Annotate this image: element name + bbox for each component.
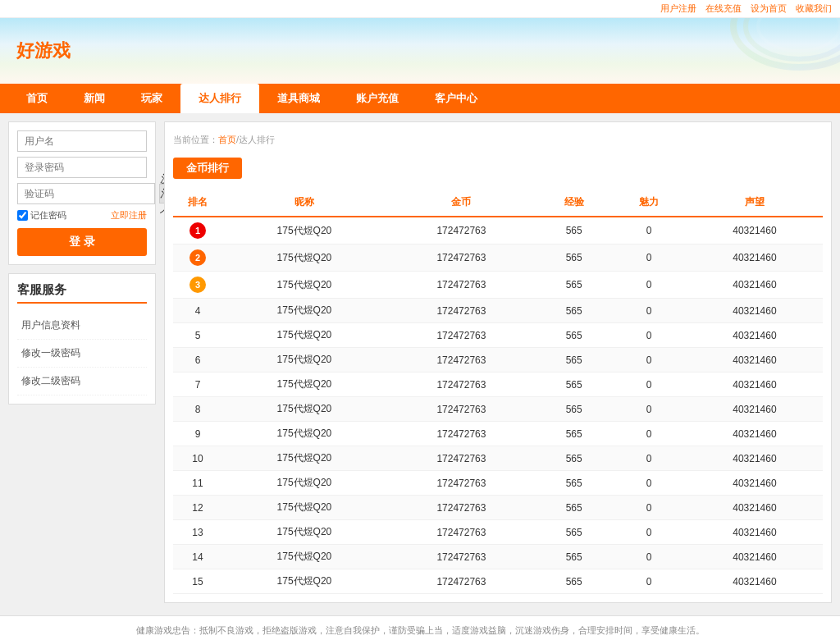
nickname-cell: 175代煜Q20 bbox=[222, 373, 386, 397]
favorite-link[interactable]: 收藏我们 bbox=[796, 3, 832, 13]
coins-cell: 172472763 bbox=[386, 245, 536, 272]
login-button[interactable]: 登 录 bbox=[17, 228, 147, 256]
ranking-table: 排名 昵称 金币 经验 魅力 声望 1175代煜Q201724727635650… bbox=[173, 189, 823, 594]
prestige-cell: 40321460 bbox=[687, 299, 823, 323]
section-title: 金币排行 bbox=[173, 158, 242, 179]
coins-cell: 172472763 bbox=[386, 217, 536, 245]
prestige-cell: 40321460 bbox=[687, 217, 823, 245]
register-now-link[interactable]: 立即注册 bbox=[111, 209, 147, 222]
col-prestige: 声望 bbox=[687, 189, 823, 217]
charm-cell: 0 bbox=[611, 422, 686, 446]
coins-cell: 172472763 bbox=[386, 323, 536, 348]
nickname-cell: 175代煜Q20 bbox=[222, 348, 386, 373]
table-row: 5175代煜Q20172472763565040321460 bbox=[173, 323, 823, 348]
service-item-profile[interactable]: 用户信息资料 bbox=[17, 312, 147, 340]
prestige-cell: 40321460 bbox=[687, 446, 823, 471]
coins-cell: 172472763 bbox=[386, 496, 536, 520]
nickname-cell: 175代煜Q20 bbox=[222, 245, 386, 272]
nickname-cell: 175代煜Q20 bbox=[222, 272, 386, 299]
service-item-password2[interactable]: 修改二级密码 bbox=[17, 368, 147, 395]
nav-players[interactable]: 玩家 bbox=[123, 84, 180, 113]
coins-cell: 172472763 bbox=[386, 471, 536, 496]
exp-cell: 565 bbox=[536, 373, 611, 397]
prestige-cell: 40321460 bbox=[687, 422, 823, 446]
table-row: 7175代煜Q20172472763565040321460 bbox=[173, 373, 823, 397]
register-link[interactable]: 用户注册 bbox=[660, 3, 696, 13]
nickname-cell: 175代煜Q20 bbox=[222, 422, 386, 446]
prestige-cell: 40321460 bbox=[687, 569, 823, 594]
nickname-cell: 175代煜Q20 bbox=[222, 569, 386, 594]
rank-cell: 8 bbox=[173, 397, 222, 422]
remember-row: 记住密码 立即注册 bbox=[17, 209, 147, 222]
password-input[interactable] bbox=[17, 157, 147, 178]
prestige-cell: 40321460 bbox=[687, 496, 823, 520]
rank-cell: 13 bbox=[173, 520, 222, 545]
recharge-link[interactable]: 在线充值 bbox=[705, 3, 742, 13]
nav-shop[interactable]: 道具商城 bbox=[259, 84, 338, 113]
charm-cell: 0 bbox=[611, 496, 686, 520]
main-container: 沙汁人 记住密码 立即注册 登 录 客服服务 用户信息资料 修改一级密码 修改二… bbox=[0, 113, 840, 611]
login-box: 沙汁人 记住密码 立即注册 登 录 bbox=[8, 121, 156, 265]
captcha-input[interactable] bbox=[17, 183, 155, 204]
table-row: 15175代煜Q20172472763565040321460 bbox=[173, 569, 823, 594]
footer-text: 健康游戏忠告：抵制不良游戏，拒绝盗版游戏，注意自我保护，谨防受骗上当，适度游戏益… bbox=[136, 625, 705, 635]
rank-cell: 14 bbox=[173, 545, 222, 569]
remember-label[interactable]: 记住密码 bbox=[17, 209, 66, 222]
coins-cell: 172472763 bbox=[386, 348, 536, 373]
col-coins: 金币 bbox=[386, 189, 536, 217]
footer: 健康游戏忠告：抵制不良游戏，拒绝盗版游戏，注意自我保护，谨防受骗上当，适度游戏益… bbox=[0, 615, 840, 640]
exp-cell: 565 bbox=[536, 520, 611, 545]
username-input[interactable] bbox=[17, 130, 147, 152]
col-rank: 排名 bbox=[173, 189, 222, 217]
svg-point-1 bbox=[746, 18, 840, 59]
nav-news[interactable]: 新闻 bbox=[66, 84, 123, 113]
charm-cell: 0 bbox=[611, 323, 686, 348]
set-homepage-link[interactable]: 设为首页 bbox=[751, 3, 787, 13]
rank-cell: 11 bbox=[173, 471, 222, 496]
exp-cell: 565 bbox=[536, 545, 611, 569]
nickname-cell: 175代煜Q20 bbox=[222, 397, 386, 422]
rank-cell: 6 bbox=[173, 348, 222, 373]
remember-checkbox[interactable] bbox=[17, 210, 28, 221]
sidebar: 沙汁人 记住密码 立即注册 登 录 客服服务 用户信息资料 修改一级密码 修改二… bbox=[8, 121, 156, 603]
charm-cell: 0 bbox=[611, 272, 686, 299]
table-row: 9175代煜Q20172472763565040321460 bbox=[173, 422, 823, 446]
table-row: 3175代煜Q20172472763565040321460 bbox=[173, 272, 823, 299]
navigation: 首页 新闻 玩家 达人排行 道具商城 账户充值 客户中心 bbox=[0, 84, 840, 113]
breadcrumb-current: 达人排行 bbox=[239, 135, 275, 144]
table-row: 11175代煜Q20172472763565040321460 bbox=[173, 471, 823, 496]
rank-cell: 9 bbox=[173, 422, 222, 446]
nav-home[interactable]: 首页 bbox=[8, 84, 66, 113]
nickname-cell: 175代煜Q20 bbox=[222, 217, 386, 245]
charm-cell: 0 bbox=[611, 471, 686, 496]
nickname-cell: 175代煜Q20 bbox=[222, 471, 386, 496]
nickname-cell: 175代煜Q20 bbox=[222, 299, 386, 323]
breadcrumb-home[interactable]: 首页 bbox=[218, 135, 236, 144]
nav-ranking[interactable]: 达人排行 bbox=[180, 84, 259, 113]
coins-cell: 172472763 bbox=[386, 299, 536, 323]
rank-cell: 7 bbox=[173, 373, 222, 397]
rank-cell: 10 bbox=[173, 446, 222, 471]
rank-cell: 15 bbox=[173, 569, 222, 594]
charm-cell: 0 bbox=[611, 373, 686, 397]
exp-cell: 565 bbox=[536, 446, 611, 471]
col-charm: 魅力 bbox=[611, 189, 686, 217]
nickname-cell: 175代煜Q20 bbox=[222, 446, 386, 471]
rank-cell: 12 bbox=[173, 496, 222, 520]
exp-cell: 565 bbox=[536, 569, 611, 594]
prestige-cell: 40321460 bbox=[687, 348, 823, 373]
header: 好游戏 bbox=[0, 18, 840, 84]
charm-cell: 0 bbox=[611, 520, 686, 545]
col-nickname: 昵称 bbox=[222, 189, 386, 217]
logo: 好游戏 bbox=[16, 39, 71, 63]
coins-cell: 172472763 bbox=[386, 520, 536, 545]
nav-recharge[interactable]: 账户充值 bbox=[338, 84, 417, 113]
table-row: 1175代煜Q20172472763565040321460 bbox=[173, 217, 823, 245]
table-row: 14175代煜Q20172472763565040321460 bbox=[173, 545, 823, 569]
service-item-password1[interactable]: 修改一级密码 bbox=[17, 340, 147, 368]
prestige-cell: 40321460 bbox=[687, 397, 823, 422]
exp-cell: 565 bbox=[536, 217, 611, 245]
nav-customer[interactable]: 客户中心 bbox=[417, 84, 495, 113]
exp-cell: 565 bbox=[536, 245, 611, 272]
prestige-cell: 40321460 bbox=[687, 245, 823, 272]
